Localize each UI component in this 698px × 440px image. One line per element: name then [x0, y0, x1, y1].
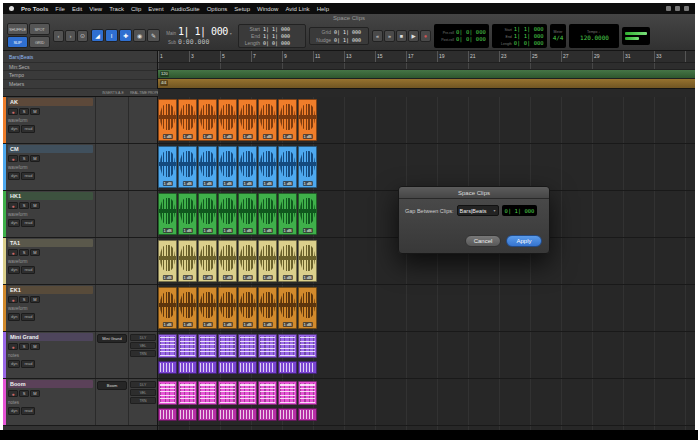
audio-clip[interactable]: 1 dB — [158, 287, 177, 329]
meter-ruler[interactable]: 4/4 — [158, 79, 695, 88]
mute-button[interactable]: M — [30, 108, 40, 115]
automation-mode-selector[interactable]: read — [21, 313, 35, 321]
ruler-name-tempo[interactable]: Tempo — [3, 71, 157, 80]
track-name[interactable]: CM — [8, 145, 93, 153]
inserts-cell[interactable] — [95, 144, 128, 190]
automation-mode-selector[interactable]: read — [21, 407, 35, 415]
menu-avid-link[interactable]: Avid Link — [285, 6, 309, 12]
audio-clip[interactable]: 1 dB — [218, 193, 237, 235]
midi-clip[interactable] — [298, 381, 317, 405]
audio-clip[interactable]: 1 dB — [298, 99, 317, 141]
track-header-mini-grand[interactable]: Mini Grand●SMnotesdynreadMini GrandDLYVE… — [3, 332, 157, 379]
tempo-event-marker[interactable]: 120 — [160, 71, 169, 77]
zoom-out-icon[interactable]: ‹ — [53, 30, 64, 42]
min-secs-ruler[interactable] — [158, 63, 695, 70]
audio-clip[interactable]: 1 dB — [158, 193, 177, 235]
audio-clip[interactable]: 1 dB — [178, 193, 197, 235]
audio-clip[interactable]: 1 dB — [218, 240, 237, 282]
insert-plugin-name[interactable]: Mini Grand — [97, 334, 127, 343]
midi-clip[interactable] — [238, 334, 257, 358]
automation-mode-selector[interactable]: read — [21, 125, 35, 133]
inserts-cell[interactable] — [95, 191, 128, 237]
track-view-selector[interactable]: waveform — [8, 165, 93, 170]
menu-setup[interactable]: Setup — [234, 6, 250, 12]
midi-clip[interactable] — [278, 334, 297, 358]
mode-shuffle-button[interactable]: SHUFFLE — [7, 23, 28, 35]
inserts-cell[interactable]: Boom — [95, 379, 128, 425]
mode-spot-button[interactable]: SPOT — [29, 23, 50, 35]
audio-clip[interactable]: 1 dB — [218, 287, 237, 329]
track-name[interactable]: AK — [8, 98, 93, 106]
track-view-selector[interactable]: waveform — [8, 259, 93, 264]
edit-canvas[interactable]: 1 dB1 dB1 dB1 dB1 dB1 dB1 dB1 dB1 dB1 dB… — [158, 97, 695, 430]
audio-clip[interactable]: 1 dB — [238, 146, 257, 188]
menubar-status-icon[interactable] — [684, 6, 689, 11]
audio-clip[interactable]: 1 dB — [198, 146, 217, 188]
menu-pro-tools[interactable]: Pro Tools — [21, 6, 48, 12]
midi-clip[interactable] — [198, 334, 217, 358]
midi-velocity-clip[interactable] — [178, 361, 197, 374]
audio-clip[interactable]: 1 dB — [298, 146, 317, 188]
audio-clip[interactable]: 1 dB — [258, 287, 277, 329]
track-lane-ek1[interactable]: 1 dB1 dB1 dB1 dB1 dB1 dB1 dB1 dB — [158, 285, 695, 332]
record-enable-button[interactable]: ● — [8, 155, 18, 162]
midi-clip[interactable] — [218, 381, 237, 405]
audio-clip[interactable]: 1 dB — [218, 146, 237, 188]
bars-beats-ruler[interactable]: 13579111315171921232527293133 — [158, 51, 695, 63]
track-lane-boom[interactable] — [158, 379, 695, 426]
zoom-in-icon[interactable]: › — [65, 30, 76, 42]
rtp-cell[interactable]: DLYVELTRN — [128, 332, 157, 378]
midi-velocity-clip[interactable] — [238, 408, 257, 421]
apply-button[interactable]: Apply — [506, 235, 542, 247]
rtp-trn[interactable]: TRN — [130, 397, 156, 404]
menu-audiosuite[interactable]: AudioSuite — [171, 6, 200, 12]
solo-button[interactable]: S — [19, 155, 29, 162]
midi-velocity-clip[interactable] — [158, 408, 177, 421]
mute-button[interactable]: M — [30, 249, 40, 256]
chevron-down-icon[interactable]: ▾ — [230, 31, 232, 36]
midi-velocity-clip[interactable] — [178, 408, 197, 421]
meter-display[interactable]: Meter 4/4 — [550, 24, 567, 48]
track-lane-mini-grand[interactable] — [158, 332, 695, 379]
track-header-hk1[interactable]: HK1●SMwaveformdynread — [3, 191, 157, 238]
midi-velocity-clip[interactable] — [278, 408, 297, 421]
timeline-rulers[interactable]: 13579111315171921232527293133 120 4/4 — [158, 51, 695, 88]
stop-icon[interactable]: ■ — [396, 30, 407, 42]
postroll-value[interactable]: 0| 0| 000 — [456, 36, 486, 42]
audio-clip[interactable]: 1 dB — [298, 240, 317, 282]
record-enable-button[interactable]: ● — [8, 296, 18, 303]
dyn-selector[interactable]: dyn — [8, 266, 20, 274]
rtp-dly[interactable]: DLY — [130, 381, 156, 388]
audio-clip[interactable]: 1 dB — [278, 146, 297, 188]
apple-logo-icon[interactable] — [9, 6, 14, 11]
ruler-name-bars-beats[interactable]: Bars|Beats — [3, 51, 157, 63]
mute-button[interactable]: M — [30, 296, 40, 303]
space-clips-dialog[interactable]: Space Clips Gap Between Clips: Bars|Beat… — [398, 186, 550, 254]
preroll-value[interactable]: 0| 0| 000 — [456, 29, 486, 35]
zoomer-tool-icon[interactable]: ⊙ — [77, 30, 88, 42]
midi-velocity-clip[interactable] — [198, 361, 217, 374]
inserts-cell[interactable] — [95, 238, 128, 284]
rewind-icon[interactable]: « — [372, 30, 383, 42]
midi-velocity-clip[interactable] — [198, 408, 217, 421]
audio-clip[interactable]: 1 dB — [298, 287, 317, 329]
record-enable-button[interactable]: ● — [8, 202, 18, 209]
track-view-selector[interactable]: waveform — [8, 306, 93, 311]
track-lane-ak[interactable]: 1 dB1 dB1 dB1 dB1 dB1 dB1 dB1 dB — [158, 97, 695, 144]
gap-amount-field[interactable]: 0| 1| 000 — [502, 205, 538, 216]
nudge-value[interactable]: 0| 1| 000 — [334, 37, 361, 43]
menu-edit[interactable]: Edit — [72, 6, 82, 12]
track-header-ak[interactable]: AK●SMwaveformdynread — [3, 97, 157, 144]
end-value[interactable]: 1| 1| 000 — [514, 33, 544, 39]
sub-counter-value[interactable]: 0:00.000 — [178, 38, 209, 46]
record-icon[interactable]: ● — [420, 30, 431, 42]
menu-track[interactable]: Track — [109, 6, 124, 12]
menu-options[interactable]: Options — [207, 6, 228, 12]
track-name[interactable]: HK1 — [8, 192, 93, 200]
menu-file[interactable]: File — [55, 6, 65, 12]
mute-button[interactable]: M — [30, 155, 40, 162]
inserts-cell[interactable]: Mini Grand — [95, 332, 128, 378]
solo-button[interactable]: S — [19, 249, 29, 256]
audio-clip[interactable]: 1 dB — [278, 240, 297, 282]
selection-end-value[interactable]: 1| 1| 000 — [263, 33, 290, 39]
